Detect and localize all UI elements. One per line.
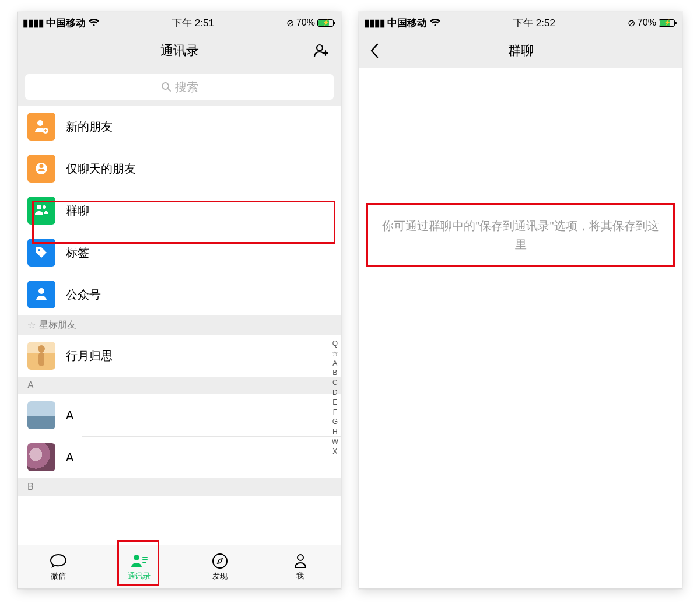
- status-left: ▮▮▮▮ 中国移动: [364, 16, 441, 30]
- tab-label: 微信: [51, 571, 66, 581]
- row-tags[interactable]: 标签: [18, 232, 341, 274]
- empty-message: 你可通过群聊中的"保存到通讯录"选项，将其保存到这里: [366, 203, 675, 267]
- index-bar[interactable]: Q ☆ A B C D E F G H W X: [332, 339, 338, 457]
- status-left: ▮▮▮▮ 中国移动: [23, 16, 100, 30]
- index-letter[interactable]: B: [332, 368, 337, 378]
- row-new-friends[interactable]: 新的朋友: [18, 106, 341, 148]
- row-label: 公众号: [66, 287, 101, 303]
- phone-left-contacts: ▮▮▮▮ 中国移动 下午 2:51 ⊘ 70% ⚡ 通讯录 搜索: [18, 12, 341, 589]
- section-label: 星标朋友: [39, 319, 76, 331]
- battery-icon: ⚡: [659, 19, 675, 27]
- battery-percent: 70%: [296, 17, 315, 28]
- rotation-lock-icon: ⊘: [628, 17, 635, 29]
- wifi-icon: [429, 19, 441, 27]
- status-time: 下午 2:52: [513, 16, 555, 30]
- row-label: 群聊: [66, 203, 89, 219]
- avatar: [27, 401, 55, 429]
- group-chat-empty: 你可通过群聊中的"保存到通讯录"选项，将其保存到这里: [359, 68, 682, 588]
- status-right: ⊘ 70% ⚡: [286, 17, 334, 29]
- person-icon: [292, 552, 309, 570]
- tab-label: 发现: [212, 571, 228, 581]
- svg-point-3: [38, 249, 40, 251]
- signal-icon: ▮▮▮▮: [364, 17, 385, 29]
- index-letter[interactable]: D: [332, 388, 338, 398]
- contact-row-partial[interactable]: [18, 496, 341, 507]
- avatar: [27, 342, 55, 370]
- empty-message-text: 你可通过群聊中的"保存到通讯录"选项，将其保存到这里: [380, 216, 662, 254]
- star-icon: ☆: [27, 320, 36, 331]
- status-bar: ▮▮▮▮ 中国移动 下午 2:52 ⊘ 70% ⚡: [359, 12, 682, 33]
- row-official-accounts[interactable]: 公众号: [18, 274, 341, 315]
- index-letter[interactable]: F: [333, 408, 337, 418]
- compass-icon: [211, 552, 229, 570]
- tab-bar: 微信 通讯录 发现 我: [18, 545, 341, 588]
- carrier-label: 中国移动: [46, 16, 86, 30]
- status-right: ⊘ 70% ⚡: [628, 17, 675, 29]
- rotation-lock-icon: ⊘: [286, 17, 294, 29]
- contact-name: 行月归思: [66, 348, 113, 364]
- search-input[interactable]: 搜索: [25, 74, 334, 100]
- section-a: A: [18, 377, 341, 394]
- avatar: [27, 443, 55, 471]
- section-starred: ☆ 星标朋友: [18, 315, 341, 335]
- page-title: 通讯录: [160, 42, 199, 59]
- phone-right-groupchat: ▮▮▮▮ 中国移动 下午 2:52 ⊘ 70% ⚡ 群聊 你可通过群聊中的"保存…: [359, 12, 682, 589]
- group-chat-icon: [27, 197, 55, 225]
- new-friends-icon: [27, 113, 55, 141]
- add-contact-button[interactable]: [307, 33, 336, 68]
- status-time: 下午 2:51: [172, 16, 214, 30]
- official-icon: [27, 281, 55, 308]
- chat-only-icon: [27, 155, 55, 183]
- tab-me[interactable]: 我: [260, 545, 341, 588]
- tab-label: 我: [296, 571, 304, 581]
- row-group-chat[interactable]: 群聊: [18, 190, 341, 232]
- tab-wechat[interactable]: 微信: [18, 545, 99, 588]
- carrier-label: 中国移动: [387, 16, 427, 30]
- search-icon: [161, 82, 172, 92]
- contact-name: A: [66, 451, 74, 464]
- row-chat-only-friends[interactable]: 仅聊天的朋友: [18, 148, 341, 190]
- index-letter[interactable]: C: [332, 378, 338, 388]
- svg-point-0: [162, 83, 169, 89]
- row-label: 仅聊天的朋友: [66, 161, 136, 177]
- index-letter[interactable]: A: [332, 359, 337, 369]
- contact-row[interactable]: A: [18, 394, 341, 436]
- row-label: 新的朋友: [66, 119, 113, 135]
- index-letter[interactable]: X: [332, 447, 337, 457]
- contact-name: A: [66, 409, 74, 422]
- tab-label: 通讯录: [128, 571, 150, 581]
- status-bar: ▮▮▮▮ 中国移动 下午 2:51 ⊘ 70% ⚡: [18, 12, 341, 33]
- index-letter[interactable]: H: [332, 427, 338, 437]
- page-title: 群聊: [508, 42, 534, 59]
- index-letter[interactable]: G: [332, 417, 338, 427]
- index-letter[interactable]: W: [332, 437, 338, 447]
- tag-icon: [27, 239, 55, 267]
- signal-icon: ▮▮▮▮: [23, 17, 44, 29]
- row-label: 标签: [66, 245, 89, 261]
- svg-point-4: [213, 554, 227, 568]
- search-placeholder: 搜索: [175, 79, 198, 95]
- tab-contacts[interactable]: 通讯录: [99, 545, 179, 588]
- section-b: B: [18, 478, 341, 496]
- nav-bar: 群聊: [359, 33, 682, 68]
- contacts-icon: [130, 552, 148, 570]
- index-letter[interactable]: Q: [332, 339, 338, 349]
- contacts-list[interactable]: 新的朋友 仅聊天的朋友 群聊 标签 公众号 ☆: [18, 106, 341, 545]
- index-letter[interactable]: E: [332, 398, 337, 408]
- contact-row[interactable]: 行月归思: [18, 335, 341, 377]
- tab-discover[interactable]: 发现: [180, 545, 260, 588]
- chat-icon: [49, 552, 68, 570]
- nav-bar: 通讯录: [18, 33, 341, 68]
- contact-row[interactable]: A: [18, 436, 341, 478]
- wifi-icon: [88, 19, 100, 27]
- section-label: A: [27, 380, 34, 391]
- back-button[interactable]: [364, 33, 385, 68]
- battery-icon: ⚡: [317, 19, 334, 27]
- index-letter[interactable]: ☆: [332, 349, 338, 359]
- battery-percent: 70%: [638, 17, 656, 28]
- section-label: B: [27, 482, 34, 492]
- search-container: 搜索: [18, 68, 341, 106]
